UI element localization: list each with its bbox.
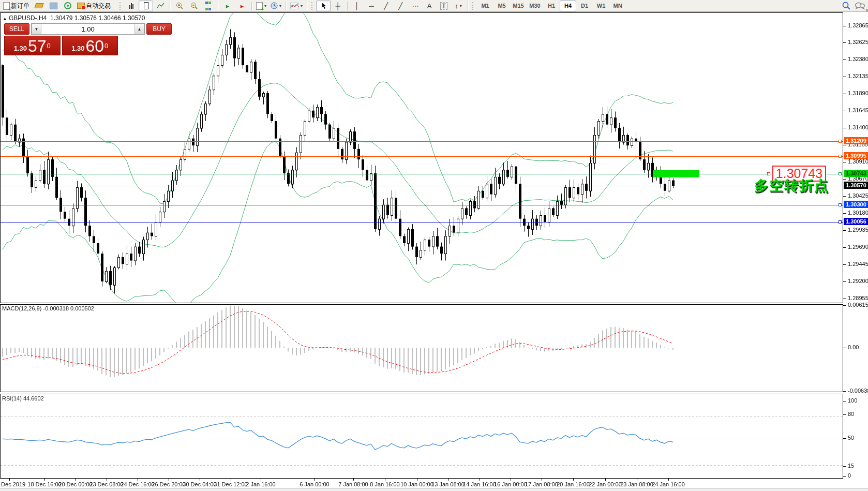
- grip: [472, 2, 475, 10]
- new-order-button[interactable]: + 新订单: [1, 1, 32, 11]
- timeframe-w1-button[interactable]: W1: [593, 1, 609, 11]
- chart-shift-button[interactable]: ▸: [220, 1, 235, 11]
- periods-button[interactable]: ▾: [268, 1, 283, 11]
- date-label: 31 Dec 12:00: [214, 481, 247, 487]
- date-label: 24 Jan 16:00: [652, 481, 685, 487]
- terminal-button[interactable]: [46, 1, 61, 11]
- date-label: 17 Jan 08:00: [525, 481, 558, 487]
- date-label: 17 Dec 2019: [0, 481, 25, 487]
- vertical-line-button[interactable]: │: [350, 1, 364, 11]
- zoom-out-button[interactable]: [187, 1, 201, 11]
- equidistant-channel-button[interactable]: ╱E: [393, 1, 408, 11]
- separator: [115, 2, 115, 10]
- sell-price-display[interactable]: 1.30570: [4, 36, 61, 55]
- separator: [286, 2, 286, 10]
- date-label: 7 Jan 08:00: [338, 481, 368, 487]
- text-label-icon: T: [440, 2, 447, 10]
- date-label: 20 Dec 00:00: [58, 481, 92, 487]
- grip: [311, 2, 314, 10]
- price-tick-label: 1.29200: [848, 278, 868, 284]
- chart-window: ▲GBPUSD-,H4 1.30479 1.30576 1.30466 1.30…: [0, 12, 868, 491]
- separator: [251, 2, 252, 10]
- date-label: 16 Jan 00:00: [494, 481, 527, 487]
- horizontal-line-button[interactable]: ─: [364, 1, 379, 11]
- channel-icon: ╱: [398, 3, 402, 9]
- bar-chart-icon: [129, 3, 134, 9]
- text-icon: A: [427, 3, 432, 9]
- crosshair-button[interactable]: ┼: [331, 1, 345, 11]
- rsi-tick-label: 15: [848, 463, 854, 469]
- timeframe-m15-button[interactable]: M15: [510, 1, 527, 11]
- timeframe-h1-button[interactable]: H1: [543, 1, 560, 11]
- date-label: 2 Jan 16:00: [246, 481, 276, 487]
- date-label: 8 Jan 16:00: [370, 481, 400, 487]
- text-button[interactable]: A: [422, 1, 437, 11]
- vertical-line-icon: │: [355, 3, 359, 9]
- signals-icon: [64, 2, 71, 9]
- autotrading-button[interactable]: 自动交易: [75, 1, 113, 11]
- price-tick-label: 1.31645: [848, 107, 868, 113]
- fibonacci-button[interactable]: ⋯F: [408, 1, 422, 11]
- rsi-tick-label: 50: [848, 435, 854, 441]
- text-label-button[interactable]: T: [437, 1, 451, 11]
- crosshair-icon: ┼: [335, 3, 340, 9]
- candlestick-icon: [144, 2, 148, 9]
- price-tick-label: 1.30180: [848, 210, 868, 216]
- chat-icon[interactable]: [855, 2, 865, 10]
- volume-input[interactable]: [41, 24, 134, 34]
- chart-canvas[interactable]: [0, 12, 868, 491]
- price-tick-label: 1.31400: [848, 124, 868, 130]
- price-tag-1.30995: 1.30995: [844, 152, 868, 159]
- macd-tick-label: -0.00638: [848, 388, 868, 394]
- signals-button[interactable]: [61, 1, 75, 11]
- date-label: 14 Jan 16:00: [463, 481, 496, 487]
- cursor-icon: [321, 2, 326, 9]
- buy-button[interactable]: BUY: [146, 23, 172, 35]
- tile-windows-button[interactable]: [201, 1, 216, 11]
- arrows-button[interactable]: ↕▾: [451, 1, 466, 11]
- trendline-button[interactable]: ╱: [379, 1, 393, 11]
- zoom-in-button[interactable]: [172, 1, 187, 11]
- timeframe-m5-button[interactable]: M5: [493, 1, 510, 11]
- indicators-button[interactable]: ▾: [288, 1, 305, 11]
- macd-label: MACD(12,26,9) -0.000318 0.000502: [2, 305, 94, 311]
- terminal-icon: [50, 3, 57, 9]
- cursor-button[interactable]: [316, 1, 331, 11]
- sell-button[interactable]: SELL: [4, 23, 29, 35]
- line-chart-icon: [157, 3, 164, 9]
- timeframe-m1-button[interactable]: M1: [477, 1, 493, 11]
- price-tick-label: 1.29935: [848, 227, 868, 233]
- rsi-label: RSI(14) 44.6602: [2, 395, 44, 401]
- candlestick-chart-button[interactable]: [139, 1, 153, 11]
- tile-windows-icon: [205, 0, 212, 12]
- date-label: 10 Jan 00:00: [400, 481, 433, 487]
- price-tick-label: 1.29445: [848, 261, 868, 267]
- price-tick-label: 1.28955: [848, 295, 868, 301]
- price-tick-label: 1.32625: [848, 39, 868, 45]
- autotrading-icon: [77, 3, 85, 9]
- volume-increase-button[interactable]: ▲: [134, 24, 144, 34]
- zoom-in-icon: [176, 2, 184, 9]
- date-label: 23 Dec 08:00: [89, 481, 123, 487]
- search-icon[interactable]: [842, 2, 850, 10]
- fibonacci-icon: ⋯: [412, 3, 418, 9]
- timeframe-mn-button[interactable]: MN: [609, 1, 626, 11]
- timeframe-m30-button[interactable]: M30: [527, 1, 543, 11]
- price-tag-1.30743: 1.30743: [844, 170, 868, 177]
- macd-tick-label: 0.006157: [848, 302, 868, 308]
- date-label: 22 Jan 00:00: [589, 481, 622, 487]
- line-chart-button[interactable]: [153, 1, 168, 11]
- gold-button[interactable]: [32, 1, 46, 11]
- macd-tick-label: 0.00: [848, 344, 859, 350]
- auto-scroll-button[interactable]: ▸: [235, 1, 249, 11]
- volume-decrease-button[interactable]: ▼: [32, 24, 41, 34]
- buy-price-display[interactable]: 1.30600: [62, 36, 118, 55]
- volume-spinner: ▼ ▲: [31, 23, 145, 35]
- new-chart-button[interactable]: +▾: [254, 1, 268, 11]
- timeframe-d1-button[interactable]: D1: [576, 1, 593, 11]
- mt4-window: { "toolbar": { "new_order_label": "新订单",…: [0, 0, 868, 491]
- timeframe-h4-button[interactable]: H4: [560, 1, 576, 11]
- price-tick-label: 1.30425: [848, 192, 868, 199]
- bar-chart-button[interactable]: [124, 1, 139, 11]
- turning-point-note[interactable]: 多空转折点: [754, 176, 829, 195]
